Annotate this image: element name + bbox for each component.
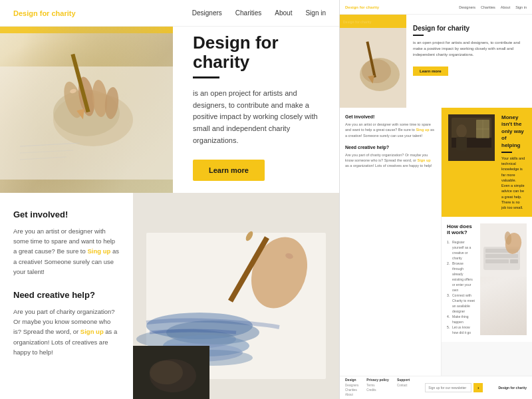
highlight-box: Money isn't the only way of helping Your… (442, 108, 532, 217)
svg-point-38 (456, 124, 467, 138)
mini-learn-more-button[interactable]: Learn more (413, 66, 448, 76)
mini-nav-about: About (501, 5, 510, 9)
footer-col-support-title: Support (397, 378, 410, 382)
navbar: Design for charity Designers Charities A… (0, 0, 339, 27)
mini-get-involved-heading: Get involved! (345, 114, 436, 119)
nav-signin[interactable]: Sign in (305, 9, 326, 17)
nav-about[interactable]: About (275, 9, 292, 17)
text-columns: Get involved! Are you an artist or desig… (0, 193, 133, 399)
footer-col-support-item-1: Contact (397, 384, 410, 388)
highlight-title: Money isn't the only way of helping (501, 114, 525, 149)
highlight-content: Money isn't the only way of helping Your… (501, 114, 525, 210)
footer-columns: Design Designers Charities About Privacy… (345, 378, 410, 397)
how-left: How does it work? Register yourself as a… (447, 223, 475, 335)
highlight-illustration (448, 114, 495, 161)
hero-content: Design for charity is an open project fo… (173, 0, 339, 193)
mini-need-help-heading: Need creative help? (345, 145, 436, 150)
brush-image (133, 193, 339, 399)
mini-need-help-text: Are you part of charity organization? Or… (345, 152, 436, 169)
how-it-works-section: How does it work? Register yourself as a… (442, 217, 532, 342)
left-panel: Design for charity Designers Charities A… (0, 0, 339, 399)
svg-point-32 (362, 59, 391, 83)
hero-title: Design for charity (193, 33, 319, 71)
mini-left-content: Get involved! Are you an artist or desig… (340, 108, 442, 376)
mini-nav-charities: Charities (481, 5, 495, 9)
svg-rect-39 (456, 137, 467, 150)
highlight-image (448, 114, 495, 161)
bottom-sections: Get involved! Are you an artist or desig… (0, 193, 339, 399)
newsletter-submit-button[interactable]: › (473, 383, 483, 392)
how-it-works-title: How does it work? (447, 223, 475, 235)
how-illustration (480, 223, 527, 277)
bottom-thumbnail (133, 346, 209, 399)
mini-title-underline (413, 35, 424, 36)
hero-image: Design for charity (0, 0, 173, 193)
hand-pencil-illustration (0, 0, 173, 193)
svg-rect-46 (485, 254, 518, 258)
nav-designers[interactable]: Designers (192, 9, 222, 17)
mini-nav-links: Designers Charities About Sign in (459, 5, 527, 9)
how-image (480, 223, 527, 335)
how-step-2: Browse through already existing offers o… (447, 261, 475, 293)
footer-col-design: Design Designers Charities About (345, 378, 358, 397)
svg-point-27 (150, 360, 183, 384)
mini-right-content: Money isn't the only way of helping Your… (442, 108, 532, 376)
footer-col-privacy-title: Privacy policy (366, 378, 389, 382)
nav-logo: Design for charity (13, 9, 76, 17)
mini-hero-image: Design for charity (340, 15, 406, 108)
mini-get-involved-text: Are you an artist or designer with some … (345, 122, 436, 138)
mini-sing-up-link: Sing up (416, 128, 429, 132)
learn-more-button[interactable]: Learn more (193, 160, 265, 181)
footer-col-support: Support Contact (397, 378, 410, 397)
highlight-underline (501, 152, 512, 153)
hero-section: Design for charity (0, 0, 339, 193)
how-step-3: Connect with Charity to meet an availabl… (447, 293, 475, 314)
hero-description: is an open project for artists and desig… (193, 88, 319, 146)
footer-col-design-item-2: Charities (345, 388, 358, 393)
footer-col-design-title: Design (345, 378, 358, 382)
footer-col-design-item-3: About (345, 393, 358, 398)
newsletter-input[interactable] (425, 383, 471, 392)
mini-sign-up-link: Sign up (418, 158, 431, 162)
newsletter-area: › (425, 383, 483, 392)
how-steps-list: Register yourself as a creative or chari… (447, 239, 475, 335)
mini-hero: Design for charity Design for charity is… (340, 15, 532, 108)
mini-sections: Get involved! Are you an artist or desig… (340, 108, 532, 376)
right-panel: Design for charity Designers Charities A… (339, 0, 532, 399)
svg-rect-29 (340, 15, 406, 28)
nav-links: Designers Charities About Sign in (192, 9, 326, 17)
bottom-thumb-illustration (133, 346, 209, 399)
footer-col-design-item-1: Designers (345, 384, 358, 388)
need-help-heading: Need creative help? (13, 290, 120, 300)
how-step-4: Make thing happen (447, 314, 475, 325)
mini-hero-title: Design for charity (413, 25, 525, 32)
mini-hero-desc: is an open project for artists and desig… (413, 40, 525, 58)
nav-charities[interactable]: Charities (235, 9, 261, 17)
highlight-box-inner: Money isn't the only way of helping Your… (448, 114, 525, 210)
highlight-text: Your skills and technical knowledge is f… (501, 156, 525, 211)
svg-text:Design for charity: Design for charity (343, 20, 372, 24)
how-step-5: Let us know how did it go (447, 325, 475, 335)
need-help-text: Are you part of charity organization? Or… (13, 307, 120, 357)
get-involved-text: Are you an artist or designer with some … (13, 226, 120, 277)
footer-col-privacy: Privacy policy Terms Credits (366, 378, 389, 397)
title-underline (193, 76, 219, 78)
footer-col-privacy-item-2: Credits (366, 388, 389, 393)
svg-rect-48 (510, 259, 518, 263)
footer-col-privacy-item-1: Terms (366, 384, 389, 388)
get-involved-heading: Get involved! (13, 209, 120, 219)
footer-brand: Design for charity (498, 386, 527, 390)
mini-footer: Design Designers Charities About Privacy… (340, 376, 532, 399)
mini-nav-signin: Sign in (515, 5, 527, 9)
sign-up-link[interactable]: Sign up (80, 328, 104, 335)
sing-up-link[interactable]: Sing up (87, 247, 110, 255)
mini-hero-content: Design for charity is an open project fo… (406, 15, 532, 108)
how-step-1: Register yourself as a creative or chari… (447, 239, 475, 261)
mini-hero-illustration: Design for charity (340, 15, 406, 108)
mini-nav-designers: Designers (459, 5, 475, 9)
svg-rect-47 (485, 259, 509, 263)
mini-navbar: Design for charity Designers Charities A… (340, 0, 532, 15)
mini-nav-logo: Design for charity (345, 5, 379, 9)
